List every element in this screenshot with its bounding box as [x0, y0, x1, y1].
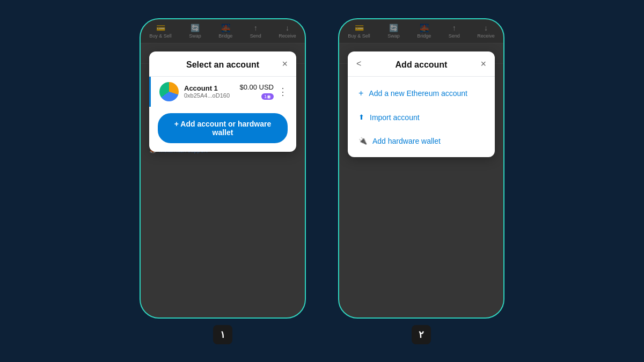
add-account-modal: < Add account × + Add a new Ethereum acc…: [348, 51, 495, 157]
modal-close-btn-1[interactable]: ×: [282, 58, 288, 69]
add-eth-icon: +: [358, 88, 363, 98]
add-new-eth-option[interactable]: + Add a new Ethereum account: [348, 81, 495, 106]
modal-back-btn[interactable]: <: [356, 59, 361, 69]
screen-2-number: ٢: [412, 325, 431, 344]
account-avatar-1: [159, 82, 179, 101]
phone-1-screen: 💳Buy & Sell 🔄Swap 🌉Bridge ↑Send ↓Receive…: [141, 19, 305, 317]
add-eth-label: Add a new Ethereum account: [369, 89, 467, 98]
select-account-modal: Select an account × Account 1 0xb25A4...…: [149, 51, 296, 152]
phone-2-wrapper: 💳Buy & Sell 🔄Swap 🌉Bridge ↑Send ↓Receive…: [338, 18, 504, 344]
modal-close-btn-2[interactable]: ×: [480, 58, 486, 69]
phone-2-screen: 💳Buy & Sell 🔄Swap 🌉Bridge ↑Send ↓Receive…: [339, 19, 503, 317]
account-address-1: 0xb25A4...oD160: [184, 92, 239, 99]
phone-2: 💳Buy & Sell 🔄Swap 🌉Bridge ↑Send ↓Receive…: [338, 18, 504, 319]
hardware-icon: 🔌: [358, 137, 367, 145]
modal-title-2: Add account: [396, 60, 448, 70]
account-info-1: Account 1 0xb25A4...oD160: [184, 84, 239, 99]
add-hardware-wallet-option[interactable]: 🔌 Add hardware wallet: [348, 129, 495, 153]
screen-1-number: ١: [213, 325, 232, 344]
phone-1: 💳Buy & Sell 🔄Swap 🌉Bridge ↑Send ↓Receive…: [140, 18, 306, 319]
import-icon: ⬆: [358, 113, 364, 121]
add-options: + Add a new Ethereum account ⬆ Import ac…: [348, 77, 495, 157]
account-menu-icon-1[interactable]: ⋮: [278, 86, 288, 98]
modal-title-1: Select an account: [186, 60, 259, 70]
account-name-1: Account 1: [184, 84, 239, 92]
modal-header-1: Select an account ×: [149, 51, 296, 77]
phone-1-wrapper: 💳Buy & Sell 🔄Swap 🌉Bridge ↑Send ↓Receive…: [140, 18, 306, 344]
import-account-label: Import account: [370, 113, 420, 122]
account-item-1[interactable]: Account 1 0xb25A4...oD160 $0.00 USD 1◉ ⋮: [149, 77, 296, 107]
modal-header-2: < Add account ×: [348, 51, 495, 77]
account-badge-1: 1◉: [261, 93, 274, 100]
account-balance-1: $0.00 USD: [239, 83, 274, 91]
add-account-btn-1[interactable]: + Add account or hardware wallet: [158, 113, 288, 143]
add-hardware-label: Add hardware wallet: [372, 137, 441, 145]
account-right-1: $0.00 USD 1◉: [239, 83, 274, 100]
import-account-option[interactable]: ⬆ Import account: [348, 106, 495, 129]
screens-container: 💳Buy & Sell 🔄Swap 🌉Bridge ↑Send ↓Receive…: [140, 18, 504, 344]
